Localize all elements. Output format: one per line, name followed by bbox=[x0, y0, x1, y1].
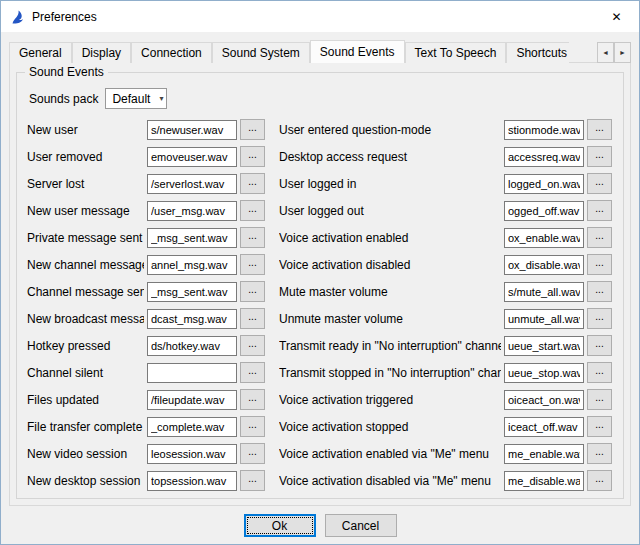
sound-file-input[interactable] bbox=[504, 174, 584, 194]
browse-button[interactable]: ... bbox=[587, 254, 612, 275]
sound-file-input[interactable] bbox=[504, 228, 584, 248]
close-icon[interactable]: ✕ bbox=[594, 1, 639, 32]
browse-button[interactable]: ... bbox=[240, 308, 265, 329]
browse-button[interactable]: ... bbox=[240, 281, 265, 302]
sound-event-label: Desktop access request bbox=[279, 150, 501, 164]
sound-event-label: Channel message sent bbox=[27, 285, 144, 299]
sound-file-input[interactable] bbox=[147, 228, 237, 248]
browse-button[interactable]: ... bbox=[240, 146, 265, 167]
sound-file-input[interactable] bbox=[147, 174, 237, 194]
sound-event-row: Voice activation enabled... bbox=[279, 224, 612, 251]
browse-button[interactable]: ... bbox=[587, 227, 612, 248]
sound-file-input[interactable] bbox=[147, 201, 237, 221]
sound-file-input[interactable] bbox=[504, 120, 584, 140]
sound-file-input[interactable] bbox=[147, 471, 237, 491]
tab-scroll-right-icon[interactable]: ► bbox=[614, 42, 631, 63]
browse-button[interactable]: ... bbox=[240, 173, 265, 194]
sound-file-input[interactable] bbox=[504, 444, 584, 464]
sound-file-input[interactable] bbox=[147, 120, 237, 140]
browse-button[interactable]: ... bbox=[587, 335, 612, 356]
tab-sound-events[interactable]: Sound Events bbox=[310, 40, 405, 63]
window-title: Preferences bbox=[32, 10, 97, 24]
browse-button[interactable]: ... bbox=[587, 416, 612, 437]
browse-button[interactable]: ... bbox=[587, 173, 612, 194]
sound-event-label: New channel message bbox=[27, 258, 144, 272]
preferences-dialog: Preferences ✕ GeneralDisplayConnectionSo… bbox=[0, 0, 640, 545]
browse-button[interactable]: ... bbox=[587, 362, 612, 383]
browse-button[interactable]: ... bbox=[587, 119, 612, 140]
browse-button[interactable]: ... bbox=[587, 443, 612, 464]
sound-file-input[interactable] bbox=[504, 390, 584, 410]
tab-sound-system[interactable]: Sound System bbox=[212, 42, 310, 63]
browse-button[interactable]: ... bbox=[587, 470, 612, 491]
sound-file-input[interactable] bbox=[147, 255, 237, 275]
browse-button[interactable]: ... bbox=[240, 254, 265, 275]
tab-general[interactable]: General bbox=[9, 42, 72, 63]
browse-button[interactable]: ... bbox=[240, 227, 265, 248]
sound-event-row: User entered question-mode... bbox=[279, 116, 612, 143]
tab-text-to-speech[interactable]: Text To Speech bbox=[405, 42, 507, 63]
tab-scroll-left-icon[interactable]: ◄ bbox=[597, 42, 614, 63]
sound-file-input[interactable] bbox=[147, 363, 237, 383]
tab-display[interactable]: Display bbox=[72, 42, 131, 63]
sounds-pack-label: Sounds pack bbox=[29, 92, 98, 106]
browse-button[interactable]: ... bbox=[240, 416, 265, 437]
sound-event-row: Server lost... bbox=[27, 170, 265, 197]
sound-file-input[interactable] bbox=[504, 471, 584, 491]
browse-button[interactable]: ... bbox=[587, 389, 612, 410]
browse-button[interactable]: ... bbox=[240, 443, 265, 464]
sound-file-input[interactable] bbox=[504, 336, 584, 356]
browse-button[interactable]: ... bbox=[587, 308, 612, 329]
sound-file-input[interactable] bbox=[147, 444, 237, 464]
browse-button[interactable]: ... bbox=[240, 389, 265, 410]
sound-event-label: Unmute master volume bbox=[279, 312, 501, 326]
sounds-pack-select[interactable]: Default ▾ bbox=[105, 88, 167, 109]
sound-event-label: New desktop session bbox=[27, 474, 144, 488]
sound-event-row: User logged in... bbox=[279, 170, 612, 197]
sound-file-input[interactable] bbox=[147, 336, 237, 356]
browse-button[interactable]: ... bbox=[240, 335, 265, 356]
sound-file-input[interactable] bbox=[504, 309, 584, 329]
sound-event-row: Channel message sent... bbox=[27, 278, 265, 305]
browse-button[interactable]: ... bbox=[240, 200, 265, 221]
browse-button[interactable]: ... bbox=[240, 470, 265, 491]
browse-button[interactable]: ... bbox=[240, 119, 265, 140]
sound-event-label: User logged out bbox=[279, 204, 501, 218]
sound-event-label: Voice activation triggered bbox=[279, 393, 501, 407]
app-icon bbox=[9, 9, 25, 25]
tab-shortcuts[interactable]: Shortcuts bbox=[506, 42, 569, 63]
browse-button[interactable]: ... bbox=[587, 281, 612, 302]
tab-bar: GeneralDisplayConnectionSound SystemSoun… bbox=[9, 39, 631, 63]
cancel-button[interactable]: Cancel bbox=[325, 514, 397, 537]
sound-event-label: Server lost bbox=[27, 177, 144, 191]
ok-button[interactable]: Ok bbox=[244, 514, 316, 537]
browse-button[interactable]: ... bbox=[587, 146, 612, 167]
tabs: GeneralDisplayConnectionSound SystemSoun… bbox=[9, 40, 569, 63]
sound-file-input[interactable] bbox=[504, 363, 584, 383]
sound-file-input[interactable] bbox=[504, 147, 584, 167]
sound-file-input[interactable] bbox=[147, 282, 237, 302]
sound-events-left-column: New user...User removed...Server lost...… bbox=[27, 116, 265, 494]
sound-event-row: Private message sent... bbox=[27, 224, 265, 251]
sound-event-label: User logged in bbox=[279, 177, 501, 191]
sound-file-input[interactable] bbox=[147, 390, 237, 410]
tab-connection[interactable]: Connection bbox=[131, 42, 212, 63]
sound-file-input[interactable] bbox=[504, 201, 584, 221]
sound-event-row: New user message... bbox=[27, 197, 265, 224]
sound-file-input[interactable] bbox=[147, 309, 237, 329]
sound-event-label: Private message sent bbox=[27, 231, 144, 245]
sounds-pack-row: Sounds pack Default ▾ bbox=[29, 88, 615, 109]
sound-event-row: Voice activation disabled... bbox=[279, 251, 612, 278]
sound-file-input[interactable] bbox=[147, 147, 237, 167]
sound-event-label: Channel silent bbox=[27, 366, 144, 380]
sound-file-input[interactable] bbox=[504, 255, 584, 275]
sound-event-label: Hotkey pressed bbox=[27, 339, 144, 353]
browse-button[interactable]: ... bbox=[240, 362, 265, 383]
sound-file-input[interactable] bbox=[147, 417, 237, 437]
sound-event-label: Voice activation disabled via "Me" menu bbox=[279, 474, 501, 488]
footer: Ok Cancel bbox=[1, 514, 639, 537]
sound-file-input[interactable] bbox=[504, 417, 584, 437]
browse-button[interactable]: ... bbox=[587, 200, 612, 221]
sound-event-row: File transfer complete... bbox=[27, 413, 265, 440]
sound-file-input[interactable] bbox=[504, 282, 584, 302]
